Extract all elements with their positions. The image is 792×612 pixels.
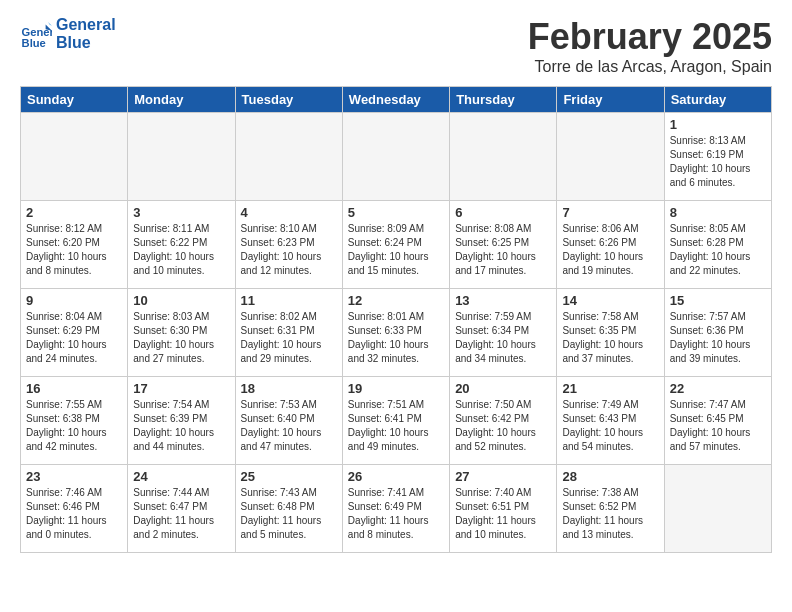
day-number: 5 bbox=[348, 205, 444, 220]
day-info: Sunrise: 7:59 AM Sunset: 6:34 PM Dayligh… bbox=[455, 310, 551, 366]
location-title: Torre de las Arcas, Aragon, Spain bbox=[528, 58, 772, 76]
calendar-week-row: 1Sunrise: 8:13 AM Sunset: 6:19 PM Daylig… bbox=[21, 113, 772, 201]
title-section: February 2025 Torre de las Arcas, Aragon… bbox=[528, 16, 772, 76]
table-row: 23Sunrise: 7:46 AM Sunset: 6:46 PM Dayli… bbox=[21, 465, 128, 553]
day-info: Sunrise: 8:13 AM Sunset: 6:19 PM Dayligh… bbox=[670, 134, 766, 190]
table-row: 15Sunrise: 7:57 AM Sunset: 6:36 PM Dayli… bbox=[664, 289, 771, 377]
day-info: Sunrise: 8:04 AM Sunset: 6:29 PM Dayligh… bbox=[26, 310, 122, 366]
table-row: 7Sunrise: 8:06 AM Sunset: 6:26 PM Daylig… bbox=[557, 201, 664, 289]
table-row: 3Sunrise: 8:11 AM Sunset: 6:22 PM Daylig… bbox=[128, 201, 235, 289]
table-row: 5Sunrise: 8:09 AM Sunset: 6:24 PM Daylig… bbox=[342, 201, 449, 289]
col-sunday: Sunday bbox=[21, 87, 128, 113]
col-saturday: Saturday bbox=[664, 87, 771, 113]
calendar-week-row: 9Sunrise: 8:04 AM Sunset: 6:29 PM Daylig… bbox=[21, 289, 772, 377]
day-number: 9 bbox=[26, 293, 122, 308]
table-row: 11Sunrise: 8:02 AM Sunset: 6:31 PM Dayli… bbox=[235, 289, 342, 377]
table-row: 27Sunrise: 7:40 AM Sunset: 6:51 PM Dayli… bbox=[450, 465, 557, 553]
calendar-week-row: 2Sunrise: 8:12 AM Sunset: 6:20 PM Daylig… bbox=[21, 201, 772, 289]
month-title: February 2025 bbox=[528, 16, 772, 58]
logo-line1: General bbox=[56, 16, 116, 34]
table-row bbox=[342, 113, 449, 201]
day-info: Sunrise: 8:12 AM Sunset: 6:20 PM Dayligh… bbox=[26, 222, 122, 278]
day-number: 12 bbox=[348, 293, 444, 308]
day-number: 18 bbox=[241, 381, 337, 396]
table-row: 24Sunrise: 7:44 AM Sunset: 6:47 PM Dayli… bbox=[128, 465, 235, 553]
logo: General Blue General Blue bbox=[20, 16, 116, 51]
col-tuesday: Tuesday bbox=[235, 87, 342, 113]
table-row: 19Sunrise: 7:51 AM Sunset: 6:41 PM Dayli… bbox=[342, 377, 449, 465]
table-row bbox=[21, 113, 128, 201]
day-number: 22 bbox=[670, 381, 766, 396]
day-info: Sunrise: 7:41 AM Sunset: 6:49 PM Dayligh… bbox=[348, 486, 444, 542]
day-info: Sunrise: 7:51 AM Sunset: 6:41 PM Dayligh… bbox=[348, 398, 444, 454]
day-number: 2 bbox=[26, 205, 122, 220]
col-wednesday: Wednesday bbox=[342, 87, 449, 113]
day-number: 13 bbox=[455, 293, 551, 308]
day-info: Sunrise: 7:49 AM Sunset: 6:43 PM Dayligh… bbox=[562, 398, 658, 454]
day-number: 8 bbox=[670, 205, 766, 220]
col-thursday: Thursday bbox=[450, 87, 557, 113]
table-row: 1Sunrise: 8:13 AM Sunset: 6:19 PM Daylig… bbox=[664, 113, 771, 201]
day-info: Sunrise: 8:10 AM Sunset: 6:23 PM Dayligh… bbox=[241, 222, 337, 278]
day-number: 4 bbox=[241, 205, 337, 220]
day-number: 3 bbox=[133, 205, 229, 220]
table-row: 18Sunrise: 7:53 AM Sunset: 6:40 PM Dayli… bbox=[235, 377, 342, 465]
day-info: Sunrise: 7:43 AM Sunset: 6:48 PM Dayligh… bbox=[241, 486, 337, 542]
day-number: 7 bbox=[562, 205, 658, 220]
day-info: Sunrise: 8:05 AM Sunset: 6:28 PM Dayligh… bbox=[670, 222, 766, 278]
day-info: Sunrise: 8:06 AM Sunset: 6:26 PM Dayligh… bbox=[562, 222, 658, 278]
logo-icon: General Blue bbox=[20, 18, 52, 50]
day-info: Sunrise: 7:55 AM Sunset: 6:38 PM Dayligh… bbox=[26, 398, 122, 454]
day-number: 20 bbox=[455, 381, 551, 396]
day-number: 23 bbox=[26, 469, 122, 484]
table-row bbox=[235, 113, 342, 201]
day-number: 28 bbox=[562, 469, 658, 484]
day-number: 25 bbox=[241, 469, 337, 484]
day-number: 10 bbox=[133, 293, 229, 308]
day-number: 11 bbox=[241, 293, 337, 308]
day-info: Sunrise: 7:47 AM Sunset: 6:45 PM Dayligh… bbox=[670, 398, 766, 454]
day-number: 1 bbox=[670, 117, 766, 132]
day-info: Sunrise: 8:02 AM Sunset: 6:31 PM Dayligh… bbox=[241, 310, 337, 366]
table-row: 16Sunrise: 7:55 AM Sunset: 6:38 PM Dayli… bbox=[21, 377, 128, 465]
calendar-week-row: 23Sunrise: 7:46 AM Sunset: 6:46 PM Dayli… bbox=[21, 465, 772, 553]
col-friday: Friday bbox=[557, 87, 664, 113]
page: General Blue General Blue February 2025 … bbox=[0, 0, 792, 612]
day-info: Sunrise: 7:38 AM Sunset: 6:52 PM Dayligh… bbox=[562, 486, 658, 542]
day-info: Sunrise: 7:54 AM Sunset: 6:39 PM Dayligh… bbox=[133, 398, 229, 454]
day-number: 24 bbox=[133, 469, 229, 484]
calendar-header-row: Sunday Monday Tuesday Wednesday Thursday… bbox=[21, 87, 772, 113]
table-row: 22Sunrise: 7:47 AM Sunset: 6:45 PM Dayli… bbox=[664, 377, 771, 465]
day-info: Sunrise: 7:50 AM Sunset: 6:42 PM Dayligh… bbox=[455, 398, 551, 454]
table-row: 28Sunrise: 7:38 AM Sunset: 6:52 PM Dayli… bbox=[557, 465, 664, 553]
svg-text:Blue: Blue bbox=[22, 36, 46, 48]
day-number: 27 bbox=[455, 469, 551, 484]
table-row: 10Sunrise: 8:03 AM Sunset: 6:30 PM Dayli… bbox=[128, 289, 235, 377]
day-number: 15 bbox=[670, 293, 766, 308]
day-info: Sunrise: 7:44 AM Sunset: 6:47 PM Dayligh… bbox=[133, 486, 229, 542]
logo-line2: Blue bbox=[56, 34, 116, 52]
table-row bbox=[557, 113, 664, 201]
table-row bbox=[450, 113, 557, 201]
day-info: Sunrise: 8:11 AM Sunset: 6:22 PM Dayligh… bbox=[133, 222, 229, 278]
table-row: 4Sunrise: 8:10 AM Sunset: 6:23 PM Daylig… bbox=[235, 201, 342, 289]
day-info: Sunrise: 7:53 AM Sunset: 6:40 PM Dayligh… bbox=[241, 398, 337, 454]
table-row bbox=[664, 465, 771, 553]
day-number: 26 bbox=[348, 469, 444, 484]
table-row: 12Sunrise: 8:01 AM Sunset: 6:33 PM Dayli… bbox=[342, 289, 449, 377]
table-row bbox=[128, 113, 235, 201]
table-row: 2Sunrise: 8:12 AM Sunset: 6:20 PM Daylig… bbox=[21, 201, 128, 289]
table-row: 8Sunrise: 8:05 AM Sunset: 6:28 PM Daylig… bbox=[664, 201, 771, 289]
calendar-week-row: 16Sunrise: 7:55 AM Sunset: 6:38 PM Dayli… bbox=[21, 377, 772, 465]
table-row: 14Sunrise: 7:58 AM Sunset: 6:35 PM Dayli… bbox=[557, 289, 664, 377]
day-info: Sunrise: 7:57 AM Sunset: 6:36 PM Dayligh… bbox=[670, 310, 766, 366]
calendar-body: 1Sunrise: 8:13 AM Sunset: 6:19 PM Daylig… bbox=[21, 113, 772, 553]
day-number: 19 bbox=[348, 381, 444, 396]
table-row: 25Sunrise: 7:43 AM Sunset: 6:48 PM Dayli… bbox=[235, 465, 342, 553]
day-info: Sunrise: 7:58 AM Sunset: 6:35 PM Dayligh… bbox=[562, 310, 658, 366]
calendar: Sunday Monday Tuesday Wednesday Thursday… bbox=[20, 86, 772, 553]
day-number: 17 bbox=[133, 381, 229, 396]
table-row: 13Sunrise: 7:59 AM Sunset: 6:34 PM Dayli… bbox=[450, 289, 557, 377]
day-info: Sunrise: 8:08 AM Sunset: 6:25 PM Dayligh… bbox=[455, 222, 551, 278]
table-row: 21Sunrise: 7:49 AM Sunset: 6:43 PM Dayli… bbox=[557, 377, 664, 465]
